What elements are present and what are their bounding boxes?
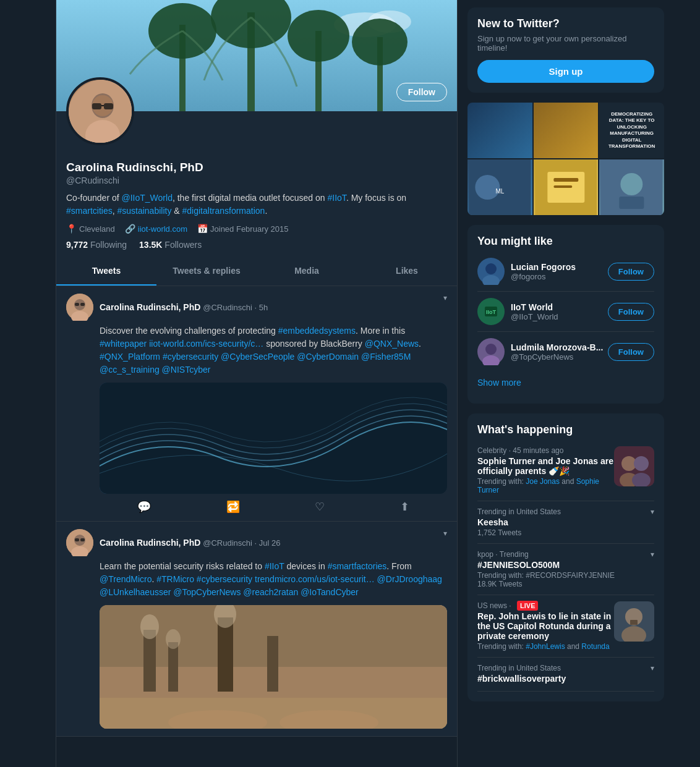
trending-category-3: kpop · Trending: [477, 550, 615, 559]
tweet-card-1: Carolina Rudinschi, PhD @CRudinschi · 5h…: [56, 286, 457, 522]
followers-stat[interactable]: 13.5K Followers: [139, 240, 202, 250]
tab-media[interactable]: Media: [257, 257, 357, 286]
tweet-card-2: Carolina Rudinschi, PhD @CRudinschi · Ju…: [56, 522, 457, 737]
live-badge: LIVE: [517, 601, 538, 611]
thumb-2: [534, 103, 599, 158]
suggest-name-2: IIoT World: [511, 302, 558, 312]
bio-link-iiot[interactable]: @IIoT_World: [122, 193, 173, 203]
trending-title-1: Sophie Turner and Joe Jonas are official…: [477, 456, 614, 476]
bio-link-sustainability[interactable]: #sustainability: [117, 206, 171, 216]
trend4-link-rotunda[interactable]: Rotunda: [581, 642, 609, 651]
trending-category-1: Celebrity · 45 minutes ago: [477, 446, 614, 455]
follow-button-fogoros[interactable]: Follow: [608, 263, 654, 281]
tweet-author-1: Carolina Rudinschi, PhD @CRudinschi · 5h: [66, 294, 268, 321]
tweet-link-whitepaper[interactable]: #whitepaper: [100, 339, 147, 349]
tweet2-link-topcyber[interactable]: @TopCyberNews: [173, 587, 241, 597]
trending-img-4: [614, 601, 654, 642]
svg-point-49: [621, 173, 643, 195]
trending-text-5: Trending in United States #brickwallisov…: [477, 664, 566, 685]
tweet-link-cyberp[interactable]: @CyberSecPeople: [221, 352, 294, 362]
tweet-link-cc[interactable]: @cc_s_training: [100, 365, 160, 375]
trending-item-5[interactable]: Trending in United States #brickwallisov…: [477, 658, 654, 692]
trending-item-2[interactable]: Trending in United States Keesha 1,752 T…: [477, 501, 654, 544]
tweet2-link-drj[interactable]: @DrJDrooghaag: [377, 574, 442, 584]
bio-link-iiot-tag[interactable]: #IIoT: [328, 193, 346, 203]
tweet-author-info-2: Carolina Rudinschi, PhD @CRudinschi · Ju…: [100, 538, 280, 548]
tweet-link-cyber[interactable]: #cybersecurity: [163, 352, 218, 362]
profile-tabs: Tweets Tweets & replies Media Likes: [56, 257, 457, 286]
svg-point-36: [166, 629, 181, 649]
tweet2-link-iotcyber[interactable]: @IoTandCyber: [301, 587, 359, 597]
thumb-3: DEMOCRATIZING DATA: THE KEY TO UNLOCKING…: [599, 103, 664, 158]
bio-link-smartcities[interactable]: #smartcities: [66, 206, 113, 216]
trending-meta-4: Trending with: #JohnLewis and Rotunda: [477, 642, 614, 651]
new-to-twitter-subtitle: Sign up now to get your own personalized…: [477, 34, 654, 53]
svg-point-52: [485, 263, 497, 274]
profile-meta: 📍 Cleveland 🔗 iiot-world.com 📅 Joined Fe…: [66, 224, 447, 234]
trending-text-4: US news · LIVE Rep. John Lewis to lie in…: [477, 601, 614, 651]
svg-rect-15: [92, 103, 101, 109]
tweet2-link-reach[interactable]: @reach2ratan: [243, 587, 298, 597]
tweet2-link-smartfactories[interactable]: #smartfactories: [328, 561, 387, 571]
thumb-4: ML: [467, 159, 532, 215]
trending-row-1: Celebrity · 45 minutes ago Sophie Turner…: [477, 446, 654, 494]
signup-button[interactable]: Sign up: [477, 60, 654, 83]
tweet2-link-trmicro[interactable]: #TRMicro: [156, 574, 194, 584]
svg-rect-34: [267, 636, 278, 692]
following-stat[interactable]: 9,772 Following: [66, 240, 127, 250]
you-might-like-card: You might like Lucian Fogoros @fogoros: [467, 225, 664, 404]
tweet-actions-1: 💬 🔁 ♡ ⬆: [100, 500, 447, 514]
profile-website[interactable]: 🔗 iiot-world.com: [125, 224, 187, 234]
suggest-avatar-2: IIoT: [477, 298, 505, 325]
profile-joined: 📅 Joined February 2015: [197, 224, 288, 234]
tweet2-link-url[interactable]: trendmicro.com/us/iot-securit…: [255, 574, 375, 584]
trending-category-2: Trending in United States: [477, 507, 561, 516]
like-button-1[interactable]: ♡: [315, 500, 325, 514]
tweet2-link-cyber[interactable]: #cybersecurity: [197, 574, 252, 584]
share-button-1[interactable]: ⬆: [400, 500, 409, 514]
show-more-link[interactable]: Show more: [477, 371, 654, 394]
tweet2-link-trendmicro[interactable]: @TrendMicro: [100, 574, 152, 584]
tweet-link-fisher[interactable]: @Fisher85M: [361, 352, 411, 362]
tweet-link-nist[interactable]: @NISTcyber: [162, 365, 211, 375]
follow-button-morozova[interactable]: Follow: [608, 343, 654, 361]
tweet-link-url1[interactable]: iiot-world.com/ics-security/c…: [149, 339, 263, 349]
trending-item-3[interactable]: kpop · Trending #JENNIESOLO500M Trending…: [477, 544, 654, 595]
follow-button[interactable]: Follow: [396, 83, 447, 101]
tweet-link-embedded[interactable]: #embeddedsystems: [278, 326, 356, 336]
thumb-3-text: DEMOCRATIZING DATA: THE KEY TO UNLOCKING…: [608, 111, 655, 150]
suggest-handle-2: @IIoT_World: [511, 312, 558, 321]
location-icon: 📍: [66, 224, 77, 234]
tweet-chevron-2[interactable]: ▾: [443, 529, 447, 538]
profile-handle: @CRudinschi: [66, 176, 447, 185]
tab-likes[interactable]: Likes: [357, 257, 457, 286]
tweet2-link-lunk[interactable]: @LUnkelhaeusser: [100, 587, 171, 597]
tweet2-link-iiot[interactable]: #IIoT: [265, 561, 284, 571]
trend4-link-john[interactable]: #JohnLewis: [526, 642, 565, 651]
tweet-link-qnxp[interactable]: #QNX_Platform: [100, 352, 160, 362]
svg-rect-23: [100, 383, 447, 494]
trending-count-2: 1,752 Tweets: [477, 528, 561, 537]
tweet-link-cyberd[interactable]: @CyberDomain: [297, 352, 359, 362]
retweet-button-1[interactable]: 🔁: [226, 500, 240, 514]
trend1-link-joe[interactable]: Joe Jonas: [526, 477, 560, 486]
tab-tweets[interactable]: Tweets: [56, 257, 156, 286]
follow-button-iiot[interactable]: Follow: [608, 303, 654, 321]
tab-tweets-replies[interactable]: Tweets & replies: [156, 257, 257, 286]
tweet-image-1: [100, 383, 447, 494]
tweet-link-qnx[interactable]: @QNX_News: [365, 339, 419, 349]
trending-chevron-2: ▾: [651, 507, 654, 516]
trending-item-1[interactable]: Celebrity · 45 minutes ago Sophie Turner…: [477, 440, 654, 501]
suggest-item-2: IIoT IIoT World @IIoT_World Follow: [477, 292, 654, 332]
website-link[interactable]: iiot-world.com: [138, 224, 187, 234]
tweet-chevron-1[interactable]: ▾: [443, 294, 447, 302]
reply-button-1[interactable]: 💬: [137, 500, 151, 514]
bio-link-digital[interactable]: #digitaltransformation: [182, 206, 265, 216]
trending-category-5: Trending in United States: [477, 664, 566, 672]
link-icon: 🔗: [125, 224, 135, 234]
svg-rect-38: [100, 698, 447, 729]
svg-point-42: [475, 175, 500, 200]
trending-item-4[interactable]: US news · LIVE Rep. John Lewis to lie in…: [477, 595, 654, 658]
main-feed: Follow: [56, 0, 458, 767]
trending-row-3: kpop · Trending #JENNIESOLO500M Trending…: [477, 550, 654, 588]
